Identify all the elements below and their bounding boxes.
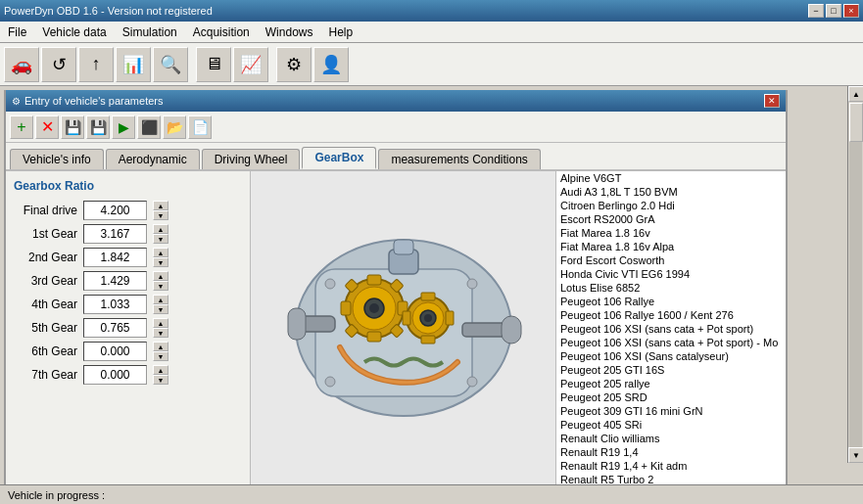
tab-aerodynamic[interactable]: Aerodynamic: [106, 149, 200, 169]
dialog-stop-button[interactable]: ⬛: [137, 115, 161, 139]
vehicle-list-item[interactable]: Alpine V6GT: [556, 171, 786, 185]
status-bar: Vehicle in progress :: [0, 484, 863, 504]
gear-input-4th[interactable]: [83, 295, 147, 314]
vehicle-list-item[interactable]: Fiat Marea 1.8 16v: [556, 226, 786, 240]
gear-input-3rd[interactable]: [83, 271, 147, 291]
minimize-button[interactable]: −: [808, 4, 824, 18]
toolbar-graph-icon[interactable]: 📈: [233, 47, 268, 82]
vehicle-list-item[interactable]: Audi A3 1,8L T 150 BVM: [556, 185, 786, 199]
scroll-thumb[interactable]: [849, 103, 863, 142]
gear-up-6th[interactable]: ▲: [153, 342, 168, 351]
gear-down-7th[interactable]: ▼: [153, 375, 168, 385]
vehicle-list-item[interactable]: Peugeot 106 Rallye 1600 / Kent 276: [556, 308, 786, 322]
gear-input-6th[interactable]: [83, 342, 147, 361]
toolbar-upload-icon[interactable]: ↑: [78, 47, 114, 82]
vehicle-list-item[interactable]: Peugeot 309 GTI 16 mini GrN: [556, 404, 786, 418]
svg-point-29: [467, 377, 477, 387]
vehicle-list-item[interactable]: Citroen Berlingo 2.0 Hdi: [556, 199, 786, 212]
gear-spinner-final: ▲ ▼: [153, 201, 168, 220]
gear-input-1st[interactable]: [83, 224, 147, 244]
toolbar-chart-icon[interactable]: 📊: [116, 47, 151, 82]
vehicle-list-item[interactable]: Peugeot 205 GTI 16S: [556, 363, 786, 377]
gear-down-6th[interactable]: ▼: [153, 351, 168, 361]
vehicle-list-item[interactable]: Renault R5 Turbo 2: [556, 473, 786, 484]
dialog-import-button[interactable]: 📂: [163, 115, 186, 139]
toolbar-monitor-icon[interactable]: 🖥: [196, 47, 231, 82]
menu-windows[interactable]: Windows: [258, 23, 321, 41]
vehicle-list-item[interactable]: Peugeot 106 XSI (Sans catalyseur): [556, 349, 786, 363]
dialog-save-button[interactable]: 💾: [61, 115, 84, 139]
vehicle-list-item[interactable]: Renault R19 1,4: [556, 445, 786, 459]
gear-up-1st[interactable]: ▲: [153, 224, 168, 234]
gear-input-5th[interactable]: [83, 318, 147, 338]
gear-down-5th[interactable]: ▼: [153, 328, 168, 338]
maximize-button[interactable]: □: [826, 4, 841, 18]
menu-vehicle-data[interactable]: Vehicle data: [34, 23, 114, 41]
gearbox-svg: [276, 210, 531, 445]
gear-row-6th: 6th Gear ▲ ▼: [14, 342, 242, 361]
vehicle-list-item[interactable]: Peugeot 106 XSI (sans cata + Pot sport) …: [556, 336, 786, 349]
toolbar-search-icon[interactable]: 🔍: [153, 47, 188, 82]
dialog-play-button[interactable]: ▶: [112, 115, 135, 139]
gear-down-final[interactable]: ▼: [153, 210, 168, 220]
vehicle-list-item[interactable]: Peugeot 405 SRi: [556, 418, 786, 432]
main-scrollbar[interactable]: ▲ ▼: [847, 86, 863, 463]
vehicle-list-item[interactable]: Renault R19 1,4 + Kit adm: [556, 459, 786, 473]
dialog-delete-button[interactable]: ✕: [35, 115, 59, 139]
gear-up-5th[interactable]: ▲: [153, 318, 168, 328]
gear-row-7th: 7th Gear ▲ ▼: [14, 365, 242, 385]
window-controls: − □ ×: [808, 4, 859, 18]
vehicle-list-item[interactable]: Lotus Elise 6852: [556, 281, 786, 295]
gear-up-final[interactable]: ▲: [153, 201, 168, 210]
svg-rect-23: [502, 316, 521, 344]
vehicle-list-item[interactable]: Fiat Marea 1.8 16v Alpa: [556, 240, 786, 253]
tab-measurements[interactable]: measurements Conditions: [378, 149, 540, 169]
vehicle-list-item[interactable]: Peugeot 205 SRD: [556, 390, 786, 404]
gear-input-2nd[interactable]: [83, 248, 147, 267]
gear-row-final: Final drive ▲ ▼: [14, 201, 242, 220]
dialog-export-button[interactable]: 📄: [188, 115, 212, 139]
close-button[interactable]: ×: [843, 4, 859, 18]
gear-input-final[interactable]: [83, 201, 147, 220]
menu-simulation[interactable]: Simulation: [115, 23, 185, 41]
vehicle-list-item[interactable]: Peugeot 106 XSI (sans cata + Pot sport): [556, 322, 786, 336]
tab-vehicles-info[interactable]: Vehicle's info: [10, 149, 104, 169]
gear-up-7th[interactable]: ▲: [153, 365, 168, 375]
menu-file[interactable]: File: [0, 23, 34, 41]
vehicle-list-item[interactable]: Renault Clio williams: [556, 432, 786, 445]
gear-down-3rd[interactable]: ▼: [153, 281, 168, 291]
gear-label-2nd: 2nd Gear: [14, 251, 77, 264]
toolbar-settings-icon[interactable]: ⚙: [276, 47, 312, 82]
vehicle-list-item[interactable]: Honda Civic VTI EG6 1994: [556, 267, 786, 281]
vehicle-list-item[interactable]: Peugeot 106 Rallye: [556, 295, 786, 308]
gear-up-3rd[interactable]: ▲: [153, 271, 168, 281]
vehicle-list-item[interactable]: Escort RS2000 GrA: [556, 212, 786, 226]
gear-down-4th[interactable]: ▼: [153, 304, 168, 314]
menu-acquisition[interactable]: Acquisition: [185, 23, 258, 41]
dialog-save2-button[interactable]: 💾: [86, 115, 110, 139]
dialog-add-button[interactable]: +: [10, 115, 33, 139]
vehicle-list-item[interactable]: Ford Escort Cosworth: [556, 253, 786, 267]
gear-up-4th[interactable]: ▲: [153, 295, 168, 304]
scroll-up-arrow[interactable]: ▲: [848, 86, 863, 102]
svg-rect-25: [288, 308, 306, 340]
scroll-down-arrow[interactable]: ▼: [848, 447, 863, 463]
gear-label-5th: 5th Gear: [14, 321, 77, 335]
dialog-close-button[interactable]: ✕: [764, 94, 780, 108]
vehicle-list-item[interactable]: Peugeot 205 rallye: [556, 377, 786, 390]
tab-driving-wheel[interactable]: Driving Wheel: [202, 149, 301, 169]
gearbox-illustration-panel: [251, 171, 555, 484]
gearbox-inputs-panel: Gearbox Ratio Final drive ▲ ▼ 1st Gear ▲: [6, 171, 251, 484]
gear-input-7th[interactable]: [83, 365, 147, 385]
gear-up-2nd[interactable]: ▲: [153, 248, 168, 257]
toolbar-car-icon[interactable]: 🚗: [4, 47, 39, 82]
toolbar-refresh-icon[interactable]: ↺: [41, 47, 76, 82]
svg-point-28: [325, 377, 335, 387]
gear-down-2nd[interactable]: ▼: [153, 257, 168, 267]
tab-gearbox[interactable]: GearBox: [302, 147, 376, 169]
menu-help[interactable]: Help: [320, 23, 360, 41]
vehicle-list[interactable]: Alpine V6GTAudi A3 1,8L T 150 BVMCitroen…: [556, 171, 786, 484]
toolbar-user-icon[interactable]: 👤: [313, 47, 349, 82]
gear-down-1st[interactable]: ▼: [153, 234, 168, 244]
gear-label-3rd: 3rd Gear: [14, 274, 77, 288]
